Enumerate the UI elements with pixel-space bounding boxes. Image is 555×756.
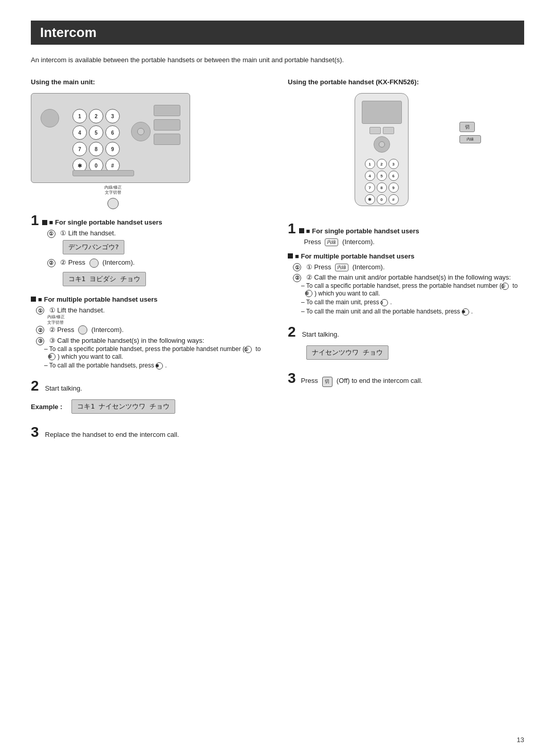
example-label: Example : — [31, 403, 62, 411]
right-mult-dash-2: – To call the main unit, press 0. — [301, 299, 524, 306]
left-step1: 1 ■ For single portable handset users ① … — [31, 213, 267, 370]
two-column-layout: Using the main unit: 1 2 3 4 5 6 7 8 — [31, 78, 524, 449]
step2-example: Example : コキ1 ナイセンツウワ チョウ — [31, 397, 267, 416]
right-step2: 2 Start talking. ナイセンツウワ チョウ — [288, 325, 524, 362]
hkey-star: ✱ — [365, 194, 375, 205]
circle-2: ② — [47, 259, 55, 267]
left-step1-intro: 1 ■ For single portable handset users ① … — [31, 213, 267, 288]
intercom-label: 内線/修正文字切替 — [31, 185, 195, 209]
display-box-1: デンワバンゴウ? — [63, 238, 162, 256]
left-section-heading: Using the main unit: — [31, 78, 267, 86]
step3-number: 3 — [31, 425, 39, 439]
black-square-icon-2 — [31, 297, 36, 302]
mult-press-intercom: ② ② Press (Intercom). — [36, 325, 267, 335]
lift-handset: ① ① Lift the handset. — [47, 229, 162, 238]
right-column: Using the portable handset (KX-FKN526): — [288, 78, 524, 449]
step3-row: 3 Replace the handset to end the interco… — [31, 425, 267, 439]
key-2: 2 — [89, 109, 103, 123]
right-step3-row: 3 Press 切 (Off) to end the intercom call… — [288, 371, 524, 387]
mult-circle-1: ① — [36, 306, 44, 315]
step2-number: 2 — [31, 379, 39, 393]
single-handset-heading: ■ For single portable handset users — [42, 218, 162, 226]
side-labels: 切 内線 — [459, 122, 483, 143]
key-1: 1 — [72, 109, 87, 123]
mult-circle-3: ③ — [36, 337, 44, 345]
right-num-0: 0 — [381, 299, 388, 306]
hkey-7: 7 — [365, 182, 375, 193]
right-star: ✱ — [462, 308, 469, 316]
naisen-side: 内線 — [459, 135, 483, 143]
step1-content: ■ For single portable handset users ① ① … — [42, 218, 162, 288]
hkey-2: 2 — [377, 159, 387, 169]
left-step2: 2 Start talking. Example : コキ1 ナイセンツウワ チ… — [31, 379, 267, 416]
right-step2-row: 2 Start talking. — [288, 325, 524, 339]
step1-number: 1 — [31, 213, 39, 228]
right-mult-circle-2: ② — [293, 274, 301, 282]
right-naisen-badge: 内線 — [335, 264, 348, 271]
right-multiple-heading: ■ For multiple portable handset users — [288, 252, 524, 260]
mult-circle-2: ② — [36, 326, 44, 334]
press-intercom: ② ② Press (Intercom). — [47, 259, 162, 268]
key-9: 9 — [105, 142, 120, 156]
hkey-9: 9 — [388, 182, 399, 193]
page: Intercom An intercom is available betwee… — [0, 0, 555, 756]
hkey-5: 5 — [377, 171, 387, 181]
hkey-8: 8 — [377, 182, 387, 193]
key-8: 8 — [89, 142, 103, 156]
nav-buttons — [369, 127, 394, 134]
mult-lift-handset: ① ① Lift the handset. — [36, 306, 267, 315]
hkey-4: 4 — [365, 171, 375, 181]
right-step1-number: 1 — [288, 222, 296, 236]
right-multiple-items: ① ① Press 内線 (Intercom). ② ② Call the ma… — [293, 263, 524, 316]
kiru-btn-side: 切 — [459, 122, 475, 132]
intercom-button-icon — [89, 259, 99, 268]
right-display-box: ナイセンツウワ チョウ — [306, 345, 388, 360]
key-5: 5 — [89, 125, 103, 140]
right-single-items: Press 内線 (Intercom). — [304, 238, 419, 246]
right-num-6: ⑥ — [305, 290, 312, 297]
naisen-btn-side: 内線 — [459, 135, 481, 143]
right-mult-press: ① ① Press 内線 (Intercom). — [293, 263, 524, 272]
naisen-badge: 内線 — [325, 238, 338, 246]
multiple-handset-heading: ■ For multiple portable handset users — [31, 296, 267, 303]
page-title: Intercom — [31, 21, 524, 45]
mult-dash-1: – To call a specific portable handset, p… — [44, 345, 267, 361]
example-display: コキ1 ナイセンツウワ チョウ — [71, 399, 175, 414]
key-4: 4 — [72, 125, 87, 140]
mult-dash-2: – To call all the portable handsets, pre… — [44, 362, 267, 370]
left-column: Using the main unit: 1 2 3 4 5 6 7 8 — [31, 78, 267, 449]
main-keypad: 1 2 3 4 5 6 7 8 9 ✱ 0 # — [72, 109, 120, 173]
mult-intercom-button-icon — [78, 325, 87, 335]
right-step3-number: 3 — [288, 371, 296, 385]
hkey-3: 3 — [388, 159, 399, 169]
handset-body: 1 2 3 4 5 6 7 8 9 ✱ 0 # — [355, 93, 409, 206]
single-items: ① ① Lift the handset. デンワバンゴウ? ② ② Press — [47, 229, 162, 288]
right-section-heading: Using the portable handset (KX-FKN526): — [288, 78, 524, 86]
main-unit-illustration: 1 2 3 4 5 6 7 8 9 ✱ 0 # — [31, 93, 195, 209]
right-single-heading: ■ For single portable handset users — [299, 227, 419, 235]
kiru-btn: 切 — [322, 377, 332, 387]
circular-nav — [374, 136, 390, 153]
mult-intercom-label: 内線/修正文字切替 — [47, 315, 267, 325]
right-black-square-2 — [288, 253, 293, 259]
multiple-items: ① ① Lift the handset. 内線/修正文字切替 ② ② Pres… — [36, 306, 267, 370]
right-mult-dash-1: – To call a specific portable handset, p… — [301, 282, 524, 298]
right-mult-dash-3: – To call the main unit and all the port… — [301, 308, 524, 316]
right-press-intercom: Press 内線 (Intercom). — [304, 238, 419, 246]
num-1-inline: ① — [245, 346, 252, 353]
key-7: 7 — [72, 142, 87, 156]
hkey-hash: # — [388, 194, 399, 205]
left-step3: 3 Replace the handset to end the interco… — [31, 425, 267, 439]
key-6: 6 — [105, 125, 120, 140]
portable-handset-illustration: 1 2 3 4 5 6 7 8 9 ✱ 0 # — [355, 93, 457, 216]
step2-row: 2 Start talking. — [31, 379, 267, 393]
right-mult-circle-1: ① — [293, 263, 301, 271]
right-black-square — [299, 228, 304, 233]
hkey-0: 0 — [377, 194, 387, 205]
right-step3: 3 Press 切 (Off) to end the intercom call… — [288, 371, 524, 387]
star-inline: ✱ — [156, 362, 163, 370]
page-number: 13 — [517, 736, 524, 744]
handset-screen — [362, 101, 402, 124]
hkey-6: 6 — [388, 171, 399, 181]
right-multiple-section: ■ For multiple portable handset users ① … — [288, 252, 524, 316]
